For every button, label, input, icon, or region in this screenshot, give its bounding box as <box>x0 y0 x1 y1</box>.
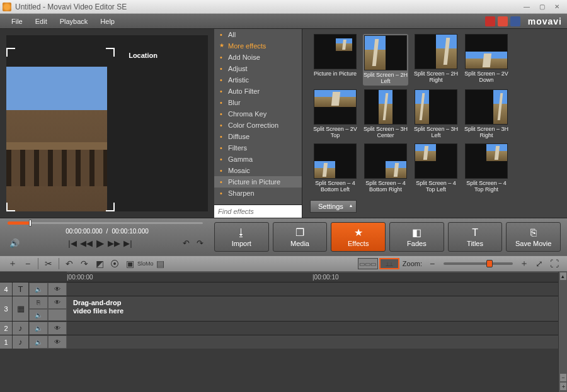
undo-icon[interactable]: ↶ <box>62 259 77 269</box>
track-visible-icon[interactable]: 👁 <box>48 283 67 296</box>
redo-icon[interactable]: ↷ <box>77 259 92 269</box>
fit-icon[interactable]: ⤢ <box>532 259 547 269</box>
crop-handle-tl[interactable] <box>6 48 15 57</box>
effect-category-filters[interactable]: Filters <box>214 142 302 154</box>
zoom-label: Zoom: <box>403 260 422 267</box>
prev-frame-button[interactable]: |◀ <box>66 238 79 248</box>
fades-icon: ◧ <box>412 227 421 238</box>
tab-effects[interactable]: ★Effects <box>331 222 386 252</box>
slomo-icon[interactable]: SloMo <box>137 260 152 267</box>
effect-category-adjust[interactable]: Adjust <box>214 63 302 74</box>
effect-category-picture-in-picture[interactable]: Picture in Picture <box>214 176 302 188</box>
track-link-icon[interactable]: ⎘ <box>29 296 48 309</box>
track-mute-icon[interactable]: 🔈 <box>29 283 48 296</box>
track-visible-icon[interactable]: 👁 <box>48 296 67 309</box>
track-lane[interactable] <box>67 335 567 349</box>
effect-thumb-3h-left[interactable]: Split Screen – 3H Left <box>413 89 459 140</box>
undo-button[interactable]: ↶ <box>179 238 193 248</box>
search-effects-input[interactable] <box>214 205 302 218</box>
app-icon <box>3 3 11 11</box>
menu-edit[interactable]: Edit <box>29 16 54 27</box>
tab-titles[interactable]: TTitles <box>448 222 503 252</box>
track-mute-icon[interactable]: 🔈 <box>29 309 48 322</box>
menu-file[interactable]: File <box>5 16 29 27</box>
tab-import[interactable]: ⭳Import <box>214 222 269 252</box>
crop-handle-br[interactable] <box>106 203 115 211</box>
effect-thumb-2h-left[interactable]: Split Screen – 2H Left <box>363 34 408 86</box>
rewind-button[interactable]: ◀◀ <box>79 238 93 248</box>
cut-icon[interactable]: ✂ <box>41 259 56 269</box>
track-4: 4T🔈👁 <box>0 282 567 296</box>
youtube-icon[interactable] <box>485 16 495 26</box>
brand-logo: movavi <box>528 16 562 26</box>
settings-button[interactable]: Settings <box>310 200 357 213</box>
fullscreen-icon[interactable]: ⛶ <box>547 259 562 269</box>
tab-fades[interactable]: ◧Fades <box>389 222 444 252</box>
effect-category-more-effects[interactable]: More effects <box>214 40 302 52</box>
seek-bar[interactable] <box>8 222 203 224</box>
effect-category-sharpen[interactable]: Sharpen <box>214 188 302 199</box>
menu-help[interactable]: Help <box>94 16 121 27</box>
track-mute-icon[interactable]: 🔈 <box>29 322 48 335</box>
googleplus-icon[interactable] <box>498 16 508 26</box>
record-icon[interactable]: ⦿ <box>107 259 122 269</box>
effect-category-diffuse[interactable]: Diffuse <box>214 131 302 142</box>
redo-button[interactable]: ↷ <box>193 238 207 248</box>
effect-thumb-4-tl[interactable]: Split Screen – 4 Top Left <box>413 143 459 194</box>
effect-category-chroma-key[interactable]: Chroma Key <box>214 108 302 120</box>
crop-handle-bl[interactable] <box>6 203 15 211</box>
snapshot-icon[interactable]: ▣ <box>122 259 137 269</box>
timeline-ruler[interactable]: |00:00:00 |00:00:10 <box>0 272 567 282</box>
volume-icon[interactable]: 🔊 <box>8 238 21 248</box>
preview-canvas[interactable]: Location <box>6 35 208 211</box>
effect-thumb-2v-top[interactable]: Split Screen – 2V Top <box>312 89 358 140</box>
maximize-button[interactable]: ▢ <box>534 2 549 12</box>
zoom-in-icon[interactable]: ＋ <box>517 258 532 269</box>
forward-button[interactable]: ▶▶ <box>107 238 121 248</box>
effect-thumb-3h-center[interactable]: Split Screen – 3H Center <box>363 89 408 140</box>
tab-save[interactable]: ⎘Save Movie <box>506 222 561 252</box>
storyboard-mode-button[interactable]: ▭▭▭ <box>358 258 378 269</box>
next-frame-button[interactable]: ▶| <box>121 238 135 248</box>
effect-thumb-4-tr[interactable]: Split Screen – 4 Top Right <box>464 143 509 194</box>
tab-media[interactable]: ❐Media <box>273 222 328 252</box>
effect-category-blur[interactable]: Blur <box>214 97 302 108</box>
timeline-mode-button[interactable]: ⟂⟂ <box>379 258 399 269</box>
effect-category-all[interactable]: All <box>214 29 302 40</box>
effects-categories: AllMore effectsAdd NoiseAdjustArtisticAu… <box>214 29 302 218</box>
zoom-out-icon[interactable]: − <box>425 259 440 269</box>
effect-thumb-3h-right[interactable]: Split Screen – 3H Right <box>464 89 509 140</box>
timeline-scrollbar[interactable]: ▴ − ＋ <box>558 272 567 392</box>
facebook-icon[interactable] <box>510 16 520 26</box>
props-icon[interactable]: ▤ <box>152 259 168 269</box>
crop-handle-tr[interactable] <box>106 48 115 57</box>
track-visible-icon[interactable]: 👁 <box>48 335 67 349</box>
timeline-toolbar: ＋ − ✂ ↶ ↷ ◩ ⦿ ▣ SloMo ▤ ▭▭▭ ⟂⟂ Zoom: − ＋… <box>0 255 567 272</box>
track-visible-icon[interactable]: 👁 <box>48 322 67 335</box>
effect-category-artistic[interactable]: Artistic <box>214 74 302 86</box>
zoom-slider[interactable] <box>444 262 513 265</box>
effect-thumb-2v-down[interactable]: Split Screen – 2V Down <box>464 34 509 86</box>
remove-track-icon[interactable]: − <box>20 259 35 269</box>
minimize-button[interactable]: — <box>519 2 534 12</box>
crop-icon[interactable]: ◩ <box>92 259 107 269</box>
effect-category-gamma[interactable]: Gamma <box>214 154 302 165</box>
close-button[interactable]: ✕ <box>549 2 564 12</box>
preview-foreground <box>6 67 107 211</box>
effect-thumb-2h-right[interactable]: Split Screen – 2H Right <box>413 34 459 86</box>
effect-category-add-noise[interactable]: Add Noise <box>214 52 302 63</box>
effect-category-color-correction[interactable]: Color Correction <box>214 120 302 131</box>
effect-category-auto-filter[interactable]: Auto Filter <box>214 86 302 97</box>
effect-thumb-4-bl[interactable]: Split Screen – 4 Bottom Left <box>312 143 358 194</box>
effect-thumb-4-br[interactable]: Split Screen – 4 Bottom Right <box>363 143 408 194</box>
track-lane[interactable]: Drag-and-dropvideo files here <box>67 296 567 321</box>
add-track-icon[interactable]: ＋ <box>5 258 20 269</box>
play-button[interactable]: ▶ <box>93 237 107 249</box>
menu-playback[interactable]: Playback <box>54 16 94 27</box>
effect-category-mosaic[interactable]: Mosaic <box>214 165 302 176</box>
track-lane[interactable] <box>67 283 567 296</box>
track-lane[interactable] <box>67 322 567 335</box>
track-number: 4 <box>0 283 13 296</box>
track-mute-icon[interactable]: 🔈 <box>29 335 48 349</box>
effect-thumb-pip[interactable]: Picture in Picture <box>312 34 358 86</box>
